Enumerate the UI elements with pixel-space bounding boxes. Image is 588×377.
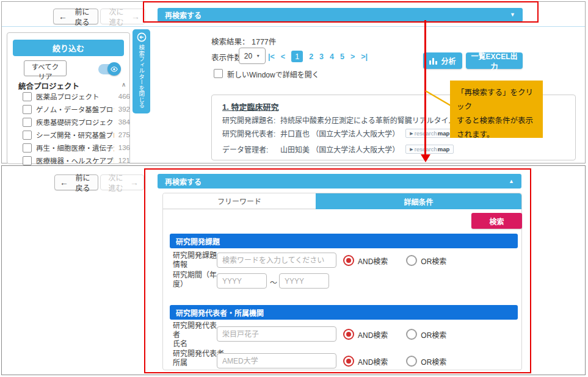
research-again-bar[interactable]: 再検索する ▼ xyxy=(158,8,523,22)
project-group-title: 統合プロジェクト xyxy=(18,80,79,92)
search-mode-radios: AND検索 OR検索 xyxy=(343,356,446,367)
radio-or-search[interactable] xyxy=(406,356,417,367)
filter-item[interactable]: シーズ開発・研究基盤プロジ… 275 xyxy=(23,129,130,140)
search-button[interactable]: 検索 xyxy=(471,213,522,229)
row-label: 研究開発代表者: xyxy=(222,128,280,138)
researchmap-bold: map xyxy=(438,130,450,137)
checkbox[interactable] xyxy=(23,118,32,127)
chevron-down-icon: ▼ xyxy=(256,54,260,58)
filter-item-count: 466 xyxy=(118,93,130,100)
pagination: |< < 1 2 3 4 5 > >| xyxy=(268,51,368,62)
visibility-toggle[interactable] xyxy=(98,64,120,74)
radio-or-search[interactable] xyxy=(406,255,417,266)
callout-pointer-line xyxy=(424,88,452,107)
narrow-down-button[interactable]: 絞り込む xyxy=(13,40,124,56)
excel-export-button[interactable]: 一覧EXCEL出力 xyxy=(466,52,523,69)
checkbox[interactable] xyxy=(23,131,32,140)
analyze-button[interactable]: 分析 xyxy=(423,52,462,69)
section-header-project: 研究開発課題 xyxy=(170,234,518,248)
filter-item-label: シーズ開発・研究基盤プロジ… xyxy=(36,130,114,140)
and-search-label: AND検索 xyxy=(358,356,388,367)
filter-item[interactable]: 再生・細胞医療・遺伝子治療… 136 xyxy=(23,142,130,153)
next-button-label: 次に進む xyxy=(106,172,126,193)
close-filter-tab[interactable]: 検索フィルターを閉じる xyxy=(132,29,150,113)
search-panel: ← 前に戻る 次に進む → 再検索する ▲ フリーワード 詳細条件 検索 研究開… xyxy=(1,165,586,375)
next-button[interactable]: 次に進む → xyxy=(100,174,144,190)
analyze-label: 分析 xyxy=(441,56,456,66)
project-info-input[interactable] xyxy=(217,253,336,268)
radio-or-search[interactable] xyxy=(406,329,417,340)
result-title-link[interactable]: 1. 特定臨床研究 xyxy=(222,101,278,112)
researchmap-badge[interactable]: ▶ research map xyxy=(405,145,454,154)
right-arrow-icon: → xyxy=(130,178,139,187)
page-button-current[interactable]: 1 xyxy=(291,51,303,62)
next-page-button[interactable]: > xyxy=(350,52,355,61)
or-search-label: OR検索 xyxy=(421,256,446,266)
checkbox[interactable] xyxy=(23,156,32,165)
filter-item-label: 医薬品プロジェクト xyxy=(36,92,100,101)
filter-item[interactable]: ゲノム・データ基盤プロジェ… 392 xyxy=(23,104,130,115)
filter-item-count: 384 xyxy=(118,118,130,126)
field-label-project-info: 研究開発課題 情報 xyxy=(173,251,217,270)
page-button[interactable]: 4 xyxy=(330,52,334,61)
left-arrow-icon: ← xyxy=(59,12,67,21)
radio-and-search[interactable] xyxy=(343,255,354,266)
representative-name-input[interactable] xyxy=(217,326,336,342)
or-search-label: OR検索 xyxy=(421,356,446,367)
filter-item[interactable]: 医療機器・ヘルスケアプロジ… 121 xyxy=(23,155,130,166)
radio-and-search[interactable] xyxy=(343,356,354,367)
first-page-button[interactable]: |< xyxy=(268,52,275,61)
back-button-label: 前に戻る xyxy=(71,6,93,27)
tab-detail-conditions[interactable]: 詳細条件 xyxy=(316,193,521,209)
right-arrow-icon: → xyxy=(131,12,140,21)
page-button[interactable]: 5 xyxy=(340,52,344,61)
result-row: 研究開発代表者: 井口直也 （国立大学法人大阪大学） ▶ research ma… xyxy=(222,128,454,138)
left-arrow-icon: ← xyxy=(60,178,68,187)
representative-affiliation-input[interactable] xyxy=(217,353,336,368)
checkbox[interactable] xyxy=(23,92,32,101)
section-header-representative: 研究開発代表者・所属機関 xyxy=(170,305,518,320)
per-page-select[interactable]: 20 ▼ xyxy=(239,48,266,64)
result-count: 検索結果： 1777件 xyxy=(211,35,276,47)
filter-item-label: 再生・細胞医療・遺伝子治療… xyxy=(36,143,114,153)
chevron-up-icon: ▲ xyxy=(509,179,514,184)
filter-item-count: 392 xyxy=(118,106,130,113)
filter-item[interactable]: 医薬品プロジェクト 466 xyxy=(23,91,130,102)
search-form-card: フリーワード 詳細条件 検索 研究開発課題 研究開発課題 情報 AND検索 OR… xyxy=(162,193,522,370)
clear-all-button[interactable]: すべてクリア xyxy=(24,60,67,76)
filter-item-label: 医療機器・ヘルスケアプロジ… xyxy=(36,156,114,165)
callout-line: 「再検索する」をクリック xyxy=(457,86,536,114)
radio-and-search[interactable] xyxy=(343,329,354,340)
last-page-button[interactable]: >| xyxy=(361,52,368,61)
page-button[interactable]: 3 xyxy=(319,52,324,61)
per-page-label: 表示件数 xyxy=(211,51,242,63)
tab-freeword[interactable]: フリーワード xyxy=(163,193,316,209)
back-button[interactable]: ← 前に戻る xyxy=(53,9,98,24)
chevron-up-icon[interactable]: ∧ xyxy=(122,81,126,88)
field-label-representative-name: 研究開発代表 者 氏名 xyxy=(173,321,217,349)
research-again-bar[interactable]: 再検索する ▲ xyxy=(158,174,521,188)
checkbox[interactable] xyxy=(23,105,32,114)
and-search-label: AND検索 xyxy=(358,329,388,340)
row-label: 研究開発課題名: xyxy=(222,115,280,125)
filter-item-label: 疾患基礎研究プロジェクト xyxy=(36,117,114,127)
researchmap-badge[interactable]: ▶ research map xyxy=(405,129,454,138)
checkbox[interactable] xyxy=(23,143,32,153)
research-again-label: 再検索する xyxy=(165,176,201,187)
next-button[interactable]: 次に進む → xyxy=(100,9,145,24)
result-row: データ管理者: 山田知美 （国立大学法人大阪大学） ▶ research map xyxy=(222,144,454,154)
callout-line: すると検索条件が表示 xyxy=(457,114,536,128)
or-search-label: OR検索 xyxy=(421,329,446,340)
filter-item-count: 121 xyxy=(118,157,130,164)
year-to-input[interactable] xyxy=(279,273,329,289)
filter-item[interactable]: 疾患基礎研究プロジェクト 384 xyxy=(23,117,130,127)
back-button[interactable]: ← 前に戻る xyxy=(54,174,98,190)
bar-chart-icon xyxy=(429,57,437,65)
row-label: データ管理者: xyxy=(222,144,280,154)
filter-item-count: 136 xyxy=(118,144,130,151)
back-button-label: 前に戻る xyxy=(73,172,93,193)
new-window-checkbox[interactable] xyxy=(214,69,223,78)
year-from-input[interactable] xyxy=(217,273,267,289)
page-button[interactable]: 2 xyxy=(309,52,313,61)
prev-page-button[interactable]: < xyxy=(281,52,285,61)
